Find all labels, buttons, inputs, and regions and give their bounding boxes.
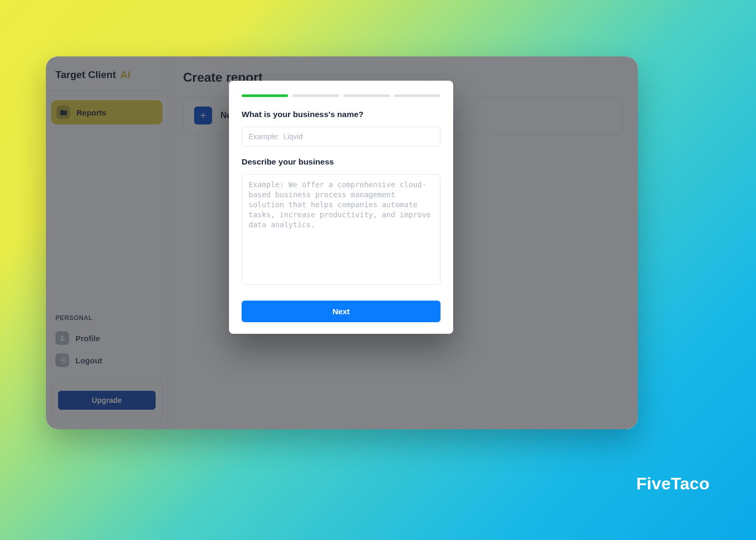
upgrade-card: Upgrade (51, 381, 162, 420)
business-name-label: What is your business's name? (242, 110, 441, 119)
next-button[interactable]: Next (242, 301, 441, 322)
brand-suffix: AI (120, 69, 131, 81)
step-3 (343, 94, 390, 97)
personal-section-label: PERSONAL (51, 314, 162, 327)
progress-steps (242, 94, 441, 97)
nav-section: Reports (51, 100, 162, 124)
sidebar-item-reports[interactable]: Reports (51, 100, 162, 124)
sidebar-item-label: Logout (75, 356, 102, 365)
user-icon (55, 331, 69, 345)
brand: Target Client AI (46, 56, 168, 91)
business-name-input[interactable] (242, 127, 441, 147)
footer-brand: FiveTaco (636, 474, 710, 494)
sidebar-item-label: Reports (76, 108, 107, 117)
sidebar-item-logout[interactable]: Logout (51, 349, 162, 371)
folder-icon (56, 105, 70, 119)
sidebar-item-label: Profile (75, 334, 100, 343)
brand-main: Target Client (55, 69, 116, 81)
step-1 (242, 94, 288, 97)
upgrade-button[interactable]: Upgrade (58, 391, 156, 410)
create-report-modal: What is your business's name? Describe y… (229, 81, 453, 334)
business-desc-textarea[interactable] (242, 174, 441, 285)
business-desc-label: Describe your business (242, 157, 441, 167)
sidebar: Target Client AI Reports PERSONAL Profil… (46, 56, 168, 429)
sidebar-item-profile[interactable]: Profile (51, 327, 162, 349)
logout-icon (55, 353, 69, 367)
plus-icon[interactable] (194, 107, 212, 124)
step-4 (394, 94, 441, 97)
step-2 (292, 94, 339, 97)
